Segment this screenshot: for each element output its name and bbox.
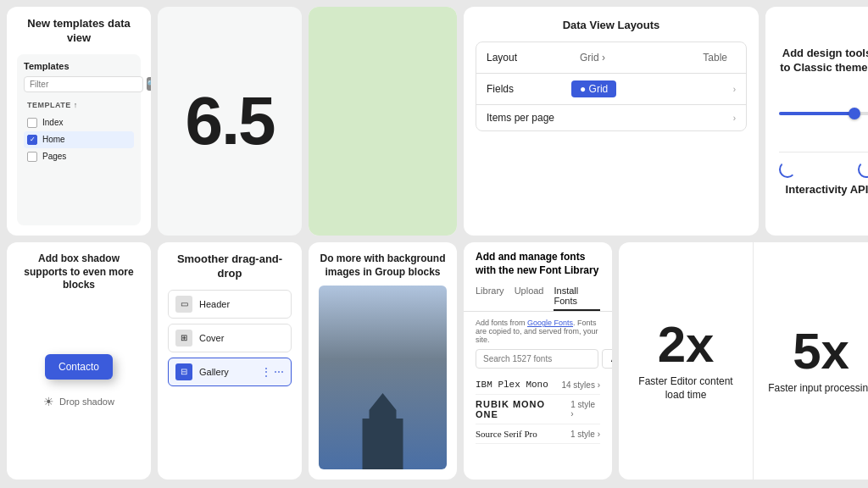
- cover-label: Cover: [199, 333, 224, 343]
- header-block-icon: ▭: [175, 296, 192, 313]
- card-bg-images: Do more with background images in Group …: [309, 242, 457, 480]
- slider-track: [779, 112, 868, 115]
- interactivity-section: Interactivity API: [779, 152, 868, 196]
- layout-label: Layout: [487, 52, 571, 64]
- checkbox-index[interactable]: [27, 118, 37, 128]
- checkbox-home[interactable]: ✓: [27, 135, 37, 145]
- stat-editor-load: 2x Faster Editor content load time: [619, 242, 754, 480]
- template-pages-label: Pages: [42, 152, 66, 161]
- list-item[interactable]: Index: [24, 114, 134, 131]
- spinner-left: [779, 161, 796, 178]
- layout-options: Grid ›: [571, 49, 694, 66]
- version-number: 6.5: [185, 82, 274, 160]
- drop-shadow-row: ☀ Drop shadow: [33, 390, 125, 413]
- fields-options: ● Grid: [571, 80, 733, 97]
- drag-title: Smoother drag-and-drop: [158, 242, 302, 290]
- header-label: Header: [199, 299, 230, 309]
- interactivity-title: Interactivity API: [779, 183, 868, 196]
- bg-image-preview: [319, 286, 447, 469]
- tab-upload[interactable]: Upload: [515, 282, 544, 311]
- card-interactivity: Add design toolsto Classic themes Intera…: [765, 7, 868, 236]
- items-per-page-row: Items per page ›: [476, 105, 746, 130]
- layout-row: Layout Grid › Table: [476, 42, 746, 74]
- gallery-label: Gallery: [199, 367, 229, 377]
- card-font-library: Add and manage fontswith the new Font Li…: [464, 242, 612, 480]
- layout-options-table: Layout Grid › Table Fields ● Grid › Item…: [476, 42, 747, 131]
- font-library-title: Add and manage fontswith the new Font Li…: [464, 242, 612, 282]
- items-per-page-label: Items per page: [487, 112, 571, 124]
- slider-container: [779, 112, 868, 115]
- fields-row: Fields ● Grid ›: [476, 74, 746, 105]
- drop-shadow-label: Drop shadow: [59, 396, 114, 407]
- stat-2x-label: Faster Editor content load time: [632, 375, 739, 402]
- slider-fill: [779, 112, 851, 115]
- tab-library[interactable]: Library: [476, 282, 504, 311]
- bg-images-title: Do more with background images in Group …: [309, 242, 457, 286]
- card-drag-drop: Smoother drag-and-drop ▭ Header ⊞ Cover …: [158, 242, 302, 480]
- gallery-block-icon: ⊟: [175, 363, 192, 380]
- font-filter-select[interactable]: All: [602, 349, 612, 369]
- font-search-row: All: [476, 349, 600, 369]
- add-design-title: Add design toolsto Classic themes: [780, 47, 868, 75]
- card-arko: [309, 7, 457, 236]
- font-serif-count: 1 style ›: [570, 430, 600, 439]
- search-icon[interactable]: 🔍: [147, 77, 151, 91]
- sun-icon: ☀: [43, 395, 54, 408]
- font-source-serif: Source Serif Pro: [476, 429, 537, 439]
- font-search-input[interactable]: [476, 349, 598, 369]
- font-content-area: Add fonts from Google Fonts. Fonts are c…: [464, 312, 612, 480]
- drag-items-list: ▭ Header ⊞ Cover ⊟ Gallery ⋮ ⋯: [158, 290, 302, 386]
- filter-input[interactable]: [24, 76, 143, 92]
- font-ibm-count: 14 styles ›: [561, 380, 600, 390]
- box-shadow-title: Add box shadow supports to even more blo…: [7, 242, 151, 299]
- template-home-label: Home: [42, 135, 65, 144]
- templates-panel: Templates 🔍 ☰ TEMPLATE ↑ Index ✓ Home Pa…: [17, 54, 141, 225]
- slider-thumb[interactable]: [849, 108, 860, 119]
- stat-5x-value: 5x: [793, 326, 849, 377]
- checkbox-pages[interactable]: [27, 152, 37, 162]
- template-column-header: TEMPLATE ↑: [27, 101, 78, 109]
- card-version: 6.5: [158, 7, 302, 236]
- template-header: TEMPLATE ↑: [24, 99, 134, 111]
- font-tabs: Library Upload Install Fonts: [464, 282, 612, 312]
- stat-2x-value: 2x: [658, 319, 715, 370]
- list-item[interactable]: ✓ Home: [24, 131, 134, 148]
- list-item[interactable]: ⊞ Cover: [168, 324, 292, 352]
- card-templates: New templates data view Templates 🔍 ☰ TE…: [7, 7, 151, 236]
- font-rubik-count: 1 style ›: [570, 400, 600, 419]
- list-item[interactable]: ⊟ Gallery ⋮ ⋯: [168, 358, 292, 386]
- contacto-button[interactable]: Contacto: [45, 354, 113, 380]
- card-box-shadow: Add box shadow supports to even more blo…: [7, 242, 151, 480]
- cover-block-icon: ⊞: [175, 330, 192, 347]
- list-item[interactable]: Pages: [24, 148, 134, 165]
- card-templates-title: New templates data view: [17, 17, 141, 46]
- card-performance-stats: 2x Faster Editor content load time 5x Fa…: [619, 242, 868, 480]
- list-item: RUBIK MONO ONE 1 style ›: [476, 395, 600, 424]
- card-data-view-layouts: Data View Layouts Layout Grid › Table Fi…: [464, 7, 759, 236]
- spinner-right: [858, 161, 868, 178]
- items-chevron: ›: [733, 114, 736, 123]
- font-rubik: RUBIK MONO ONE: [476, 399, 570, 419]
- spinner-row: [779, 161, 868, 178]
- template-index-label: Index: [42, 118, 63, 127]
- table-layout-option[interactable]: Table: [694, 49, 736, 66]
- tab-install-fonts[interactable]: Install Fonts: [554, 282, 600, 311]
- fields-chevron: ›: [733, 85, 736, 94]
- filter-row: 🔍 ☰: [24, 76, 134, 92]
- stat-5x-label: Faster input processing: [768, 382, 868, 396]
- data-view-title: Data View Layouts: [476, 19, 747, 31]
- building-silhouette: [349, 385, 417, 469]
- grid-layout-option[interactable]: Grid ›: [571, 49, 614, 66]
- fields-label: Fields: [487, 83, 571, 95]
- templates-label: Templates: [24, 61, 134, 71]
- list-item: IBM Plex Mono 14 styles ›: [476, 375, 600, 395]
- font-note: Add fonts from Google Fonts. Fonts are c…: [476, 319, 600, 344]
- stat-input-processing: 5x Faster input processing: [754, 242, 868, 480]
- list-item[interactable]: ▭ Header: [168, 290, 292, 319]
- list-item: Source Serif Pro 1 style ›: [476, 424, 600, 444]
- font-ibm-plexmono: IBM Plex Mono: [476, 380, 548, 390]
- drag-handle: ⋮ ⋯: [256, 366, 284, 378]
- grid-fields-option[interactable]: ● Grid: [571, 80, 616, 97]
